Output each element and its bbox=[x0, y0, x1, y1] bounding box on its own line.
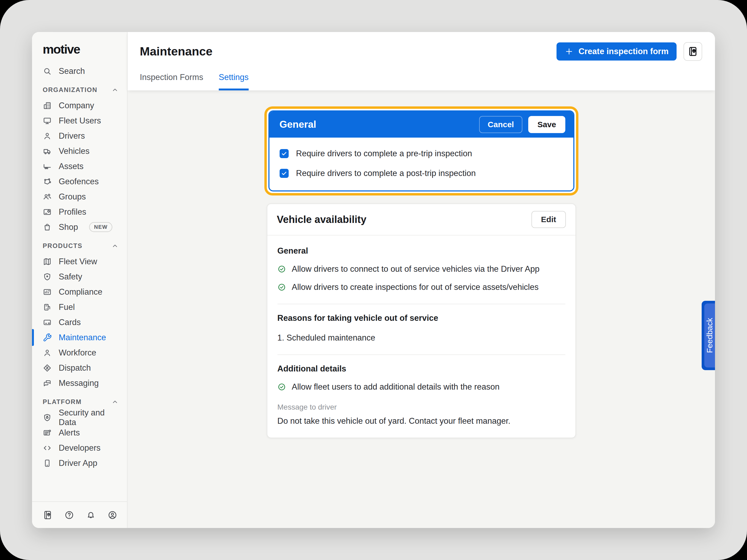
truck-icon bbox=[43, 146, 52, 156]
sidebar-item-fleet-view[interactable]: Fleet View bbox=[43, 254, 121, 269]
search-icon bbox=[43, 67, 52, 76]
feedback-tab[interactable]: Feedback bbox=[702, 301, 715, 370]
code-icon bbox=[43, 444, 52, 453]
sidebar-item-profiles[interactable]: Profiles bbox=[43, 204, 121, 219]
vehicle-availability-header: Vehicle availability Edit bbox=[267, 204, 575, 235]
save-button[interactable]: Save bbox=[528, 116, 565, 133]
sidebar-item-drivers[interactable]: Drivers bbox=[43, 128, 121, 143]
sidebar-section-products[interactable]: PRODUCTS bbox=[43, 238, 121, 254]
sidebar-item-security-and-data[interactable]: Security and Data bbox=[43, 410, 121, 425]
help-icon[interactable] bbox=[64, 510, 74, 520]
main-area: Maintenance Create inspection form Inspe… bbox=[128, 32, 715, 528]
guide-icon[interactable] bbox=[43, 510, 53, 520]
building-icon bbox=[43, 101, 52, 110]
feedback-tab-inner: Feedback bbox=[704, 303, 715, 368]
sidebar-item-maintenance[interactable]: Maintenance bbox=[43, 330, 121, 345]
sidebar-item-fuel[interactable]: Fuel bbox=[43, 299, 121, 315]
sidebar: motive Search ORGANIZATION Company Fleet… bbox=[32, 32, 128, 528]
edit-button[interactable]: Edit bbox=[532, 211, 566, 228]
geofence-icon bbox=[43, 177, 52, 186]
setting-row: Allow drivers to create inspections for … bbox=[278, 283, 565, 292]
chevron-up-icon bbox=[111, 86, 119, 93]
settings-content: General Cancel Save Require bbox=[128, 90, 715, 528]
setting-row: Allow fleet users to add additional deta… bbox=[278, 382, 565, 392]
check-icon bbox=[281, 151, 287, 157]
sidebar-item-driver-app[interactable]: Driver App bbox=[43, 455, 121, 471]
fuel-pump-icon bbox=[43, 303, 52, 312]
shield-lock-icon bbox=[43, 413, 52, 422]
person-icon bbox=[43, 348, 52, 357]
sidebar-item-alerts[interactable]: Alerts bbox=[43, 425, 121, 440]
vehicle-availability-body: General Allow drivers to connect to out … bbox=[267, 236, 575, 437]
sidebar-item-vehicles[interactable]: Vehicles bbox=[43, 143, 121, 159]
sidebar-item-workforce[interactable]: Workforce bbox=[43, 345, 121, 360]
motive-logo: motive bbox=[43, 42, 121, 56]
wrench-icon bbox=[43, 333, 52, 342]
sidebar-item-developers[interactable]: Developers bbox=[43, 440, 121, 455]
general-card-header: General Cancel Save bbox=[269, 111, 573, 138]
reason-item: 1. Scheduled maintenance bbox=[278, 333, 565, 343]
create-inspection-form-button[interactable]: Create inspection form bbox=[557, 43, 676, 60]
map-icon bbox=[43, 257, 52, 266]
app-window: motive Search ORGANIZATION Company Fleet… bbox=[32, 32, 715, 528]
check-icon bbox=[281, 170, 287, 177]
divider bbox=[278, 304, 565, 304]
alerts-icon bbox=[43, 428, 52, 437]
tab-settings[interactable]: Settings bbox=[219, 73, 249, 90]
cancel-button[interactable]: Cancel bbox=[479, 116, 522, 133]
sidebar-footer bbox=[32, 501, 127, 528]
header-actions: Create inspection form bbox=[557, 42, 702, 61]
dispatch-icon bbox=[43, 364, 52, 373]
new-badge: NEW bbox=[89, 222, 112, 232]
people-icon bbox=[43, 192, 52, 201]
chevron-up-icon bbox=[111, 398, 119, 405]
sidebar-item-assets[interactable]: Assets bbox=[43, 159, 121, 174]
general-card-highlight-ring: General Cancel Save Require bbox=[264, 106, 578, 195]
sidebar-item-cards[interactable]: Cards bbox=[43, 315, 121, 330]
divider bbox=[278, 354, 565, 355]
chat-icon bbox=[43, 379, 52, 388]
notifications-icon[interactable] bbox=[86, 510, 96, 520]
additional-details-subheading: Additional details bbox=[278, 364, 565, 374]
sidebar-section-organization[interactable]: ORGANIZATION bbox=[43, 82, 121, 98]
trailer-icon bbox=[43, 162, 52, 171]
check-circle-icon bbox=[278, 383, 286, 391]
shield-icon bbox=[43, 272, 52, 281]
sidebar-item-safety[interactable]: Safety bbox=[43, 269, 121, 284]
setting-row: Allow drivers to connect to out of servi… bbox=[278, 264, 565, 274]
sidebar-item-groups[interactable]: Groups bbox=[43, 189, 121, 204]
sidebar-section-platform[interactable]: PLATFORM bbox=[43, 394, 121, 410]
sidebar-item-geofences[interactable]: Geofences bbox=[43, 174, 121, 189]
pre-trip-checkbox[interactable] bbox=[280, 149, 289, 158]
check-circle-icon bbox=[278, 265, 286, 273]
page-title: Maintenance bbox=[140, 45, 213, 58]
pre-trip-inspection-row: Require drivers to complete a pre-trip i… bbox=[280, 149, 563, 158]
guide-button[interactable] bbox=[684, 42, 702, 61]
sidebar-item-label: Search bbox=[59, 66, 85, 76]
person-icon bbox=[43, 131, 52, 140]
chevron-up-icon bbox=[111, 242, 119, 249]
sidebar-item-dispatch[interactable]: Dispatch bbox=[43, 360, 121, 375]
sidebar-item-fleet-users[interactable]: Fleet Users bbox=[43, 113, 121, 128]
sidebar-scroll: motive Search ORGANIZATION Company Fleet… bbox=[32, 32, 127, 501]
tab-bar: Inspection Forms Settings bbox=[140, 73, 702, 90]
vehicle-availability-card: Vehicle availability Edit General Allow … bbox=[267, 204, 576, 438]
page-header: Maintenance Create inspection form Inspe… bbox=[128, 32, 715, 90]
sidebar-item-shop[interactable]: Shop NEW bbox=[43, 219, 121, 235]
general-card-body: Require drivers to complete a pre-trip i… bbox=[269, 138, 573, 190]
sidebar-item-messaging[interactable]: Messaging bbox=[43, 375, 121, 391]
account-icon[interactable] bbox=[107, 510, 118, 520]
general-card: General Cancel Save Require bbox=[268, 110, 574, 191]
sidebar-item-company[interactable]: Company bbox=[43, 98, 121, 113]
feedback-tab-label: Feedback bbox=[705, 318, 714, 353]
sidebar-item-search[interactable]: Search bbox=[43, 63, 121, 79]
check-circle-icon bbox=[278, 283, 286, 291]
post-trip-checkbox[interactable] bbox=[280, 169, 289, 178]
tab-inspection-forms[interactable]: Inspection Forms bbox=[140, 73, 203, 90]
checkbox-label: Require drivers to complete a pre-trip i… bbox=[296, 149, 472, 158]
desktop-background: motive Search ORGANIZATION Company Fleet… bbox=[0, 0, 747, 560]
sidebar-item-compliance[interactable]: Compliance bbox=[43, 284, 121, 299]
message-to-driver-label: Message to driver bbox=[278, 403, 565, 411]
checkbox-label: Require drivers to complete a post-trip … bbox=[296, 168, 476, 178]
message-to-driver-text: Do not take this vehicle out of yard. Co… bbox=[278, 416, 565, 426]
